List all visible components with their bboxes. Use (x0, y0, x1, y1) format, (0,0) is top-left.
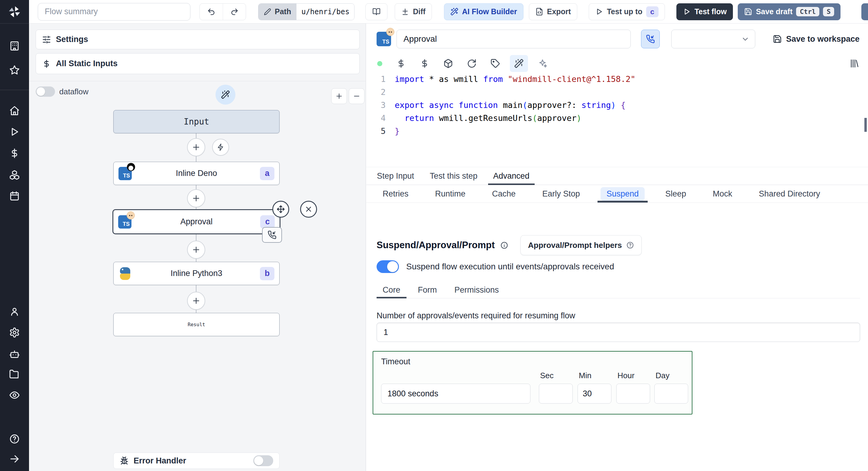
sec-label: Sec (540, 371, 554, 380)
hour-input[interactable] (616, 384, 650, 404)
step-id-badge: b (260, 267, 274, 280)
trigger-zap-button[interactable] (212, 139, 229, 156)
workspace-icon[interactable] (9, 40, 20, 51)
bug-icon (120, 456, 129, 465)
tab-advanced[interactable]: Advanced (488, 167, 535, 185)
suspend-phone-button[interactable] (641, 30, 660, 48)
subtab-early-stop[interactable]: Early Stop (531, 185, 591, 203)
error-handler-toggle[interactable] (253, 455, 273, 466)
all-static-inputs-button[interactable]: All Static Inputs (36, 53, 360, 74)
variables-dollar-icon[interactable] (9, 148, 20, 159)
insert-resource-button[interactable] (420, 59, 430, 68)
inline-python3-node[interactable]: Inline Python3 b (113, 262, 280, 285)
redo-icon (230, 7, 239, 16)
ai-generate-button[interactable] (510, 55, 528, 72)
baby-emoji-icon (386, 28, 395, 36)
dependencies-button[interactable] (443, 59, 453, 68)
save-draft-label: Save draft (756, 7, 793, 16)
code-editor[interactable]: 1 import * as wmill from "windmill-clien… (366, 72, 868, 167)
export-button[interactable]: Export (529, 3, 577, 20)
undo-button[interactable] (200, 4, 223, 20)
timeout-seconds-input[interactable] (381, 384, 530, 404)
diff-button[interactable]: Diff (395, 3, 432, 20)
windmill-logo[interactable] (0, 0, 29, 24)
save-draft-button[interactable]: Save draft Ctrl S (738, 3, 840, 20)
windmill-ai-button[interactable] (538, 59, 547, 68)
tab-permissions[interactable]: Permissions (448, 282, 505, 298)
subtab-runtime[interactable]: Runtime (424, 185, 476, 203)
subtab-sleep[interactable]: Sleep (654, 185, 697, 203)
expand-sidebar-arrow-icon[interactable] (9, 453, 20, 464)
redo-button[interactable] (223, 4, 246, 20)
home-icon[interactable] (9, 105, 20, 116)
line-number: 4 (366, 112, 395, 124)
min-input[interactable] (578, 384, 612, 404)
add-step-button[interactable] (187, 292, 205, 310)
move-node-handle[interactable] (272, 201, 289, 218)
sliders-icon (42, 35, 51, 44)
save-to-workspace-button[interactable]: Save to workspace (773, 34, 860, 44)
tag-select-dropdown[interactable] (671, 30, 755, 48)
suspend-flow-toggle[interactable] (377, 260, 399, 273)
tab-step-input[interactable]: Step Input (372, 167, 419, 185)
add-step-button[interactable] (187, 138, 205, 156)
runs-play-icon[interactable] (9, 126, 20, 137)
info-icon[interactable] (500, 241, 508, 249)
audit-eye-icon[interactable] (9, 390, 20, 401)
help-circle-icon (626, 241, 634, 249)
ai-assist-wand-button[interactable] (216, 85, 236, 105)
test-up-to-step-badge: c (646, 6, 658, 17)
schedules-calendar-icon[interactable] (9, 190, 20, 201)
remove-node-button[interactable] (300, 201, 317, 218)
folders-icon[interactable] (9, 369, 20, 380)
path-button[interactable]: Path u/henri/bes (258, 3, 354, 20)
zoom-out-button[interactable] (349, 88, 365, 104)
library-button[interactable] (849, 59, 859, 68)
insert-variable-button[interactable] (396, 59, 406, 68)
dataflow-toggle[interactable] (36, 86, 55, 97)
result-node[interactable]: Result (113, 313, 280, 336)
test-flow-button[interactable]: Test flow (676, 3, 733, 20)
approval-node-selected[interactable]: TS Approval c (113, 209, 280, 234)
docs-button[interactable] (365, 3, 388, 20)
play-icon (595, 7, 603, 16)
tab-core[interactable]: Core (377, 282, 406, 298)
test-up-to-button[interactable]: Test up to c (589, 3, 665, 20)
subtab-cache[interactable]: Cache (481, 185, 526, 203)
overflow-button[interactable] (861, 3, 868, 20)
add-step-button[interactable] (187, 241, 205, 259)
users-icon[interactable] (9, 306, 20, 317)
subtab-shared-directory[interactable]: Shared Directory (748, 185, 831, 203)
typescript-icon: TS (119, 167, 132, 180)
approval-prompt-helpers-button[interactable]: Approval/Prompt helpers (521, 235, 642, 255)
favorites-star-icon[interactable] (9, 65, 20, 76)
step-name-input[interactable] (397, 30, 631, 48)
ai-flow-builder-button[interactable]: AI Flow Builder (444, 3, 523, 20)
approvals-required-input[interactable] (377, 323, 860, 342)
typescript-icon: TS (118, 215, 131, 229)
workers-bot-icon[interactable] (9, 349, 20, 360)
reset-refresh-button[interactable] (467, 59, 476, 68)
resources-boxes-icon[interactable] (9, 169, 20, 180)
settings-gear-icon[interactable] (9, 327, 20, 338)
input-node[interactable]: Input (113, 110, 280, 133)
zoom-in-button[interactable] (331, 88, 347, 104)
error-handler-button[interactable]: Error Handler (113, 452, 280, 469)
tab-form[interactable]: Form (412, 282, 443, 298)
subtab-mock[interactable]: Mock (702, 185, 743, 203)
subtab-retries[interactable]: Retries (372, 185, 420, 203)
flow-summary-input[interactable] (38, 3, 190, 21)
help-icon[interactable] (9, 434, 20, 444)
add-step-button[interactable] (187, 189, 205, 207)
editor-scrollbar-thumb[interactable] (864, 118, 867, 132)
windmill-logo-icon (8, 5, 21, 19)
subtab-suspend[interactable]: Suspend (596, 185, 650, 203)
day-input[interactable] (654, 384, 688, 404)
tab-test-this-step[interactable]: Test this step (425, 167, 483, 185)
inline-deno-node[interactable]: TS Inline Deno a (113, 162, 280, 185)
phone-incoming-icon (268, 230, 277, 239)
approvals-required-label: Number of approvals/events required for … (377, 311, 575, 320)
flow-settings-button[interactable]: Settings (36, 30, 360, 49)
tag-button[interactable] (491, 59, 500, 68)
sec-input[interactable] (539, 384, 573, 404)
